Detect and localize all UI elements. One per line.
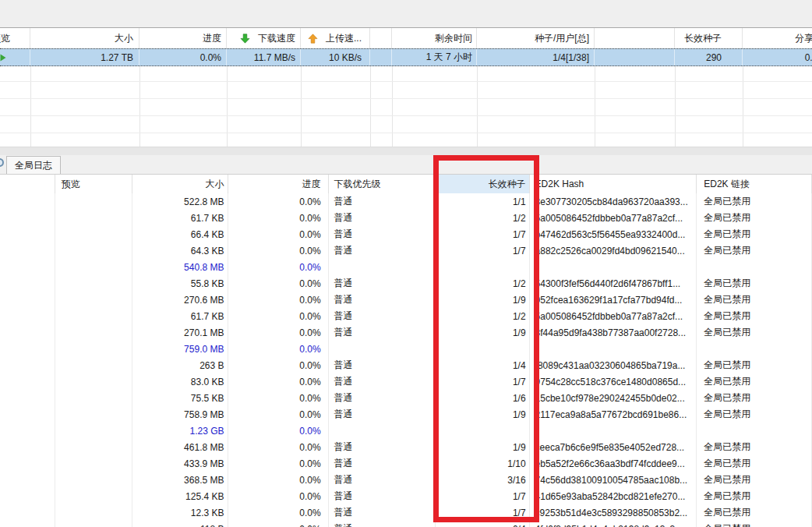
table-row[interactable]: 263 B0.0%普通1/4f8089c431aa03230604865ba71… (0, 357, 812, 373)
cell-ed2k-hash: 2117eca9a8a5a77672bcd691be86... (530, 406, 697, 423)
column-header-size[interactable]: 大小 (132, 175, 228, 193)
cell-ed2k-link: 全局已禁用 (697, 242, 812, 259)
table-row[interactable]: 461.8 MB0.0%普通1/9ceeca7b6c6e9f5e835e4052… (0, 439, 812, 455)
table-row[interactable]: 1.23 GB0.0% (0, 423, 812, 439)
table-row[interactable]: 125.4 KB0.0%普通1/741d65e93aba52842bcd821e… (0, 488, 812, 504)
cell-state (0, 390, 55, 406)
column-header-upload-speed[interactable]: 上传速... (301, 28, 370, 48)
column-header-ed2k-hash[interactable]: ED2K Hash (530, 175, 697, 193)
cell-state (0, 292, 55, 308)
cell-size: 83.0 KB (132, 373, 228, 390)
table-row[interactable]: 83.0 KB0.0%普通1/79754c28cc518c376ce1480d0… (0, 373, 812, 390)
column-header-preview-label: 预览 (62, 178, 80, 191)
cell-progress: 0.0% (228, 308, 328, 324)
cell-priority: 普通 (329, 308, 436, 324)
cell-long-term-seeds: 1/9 (436, 439, 529, 455)
column-header-download-speed[interactable]: 下载速度 (227, 28, 301, 48)
cell-priority: 普通 (329, 210, 436, 226)
table-row[interactable]: 758.9 MB0.0%普通1/92117eca9a8a5a77672bcd69… (0, 406, 812, 423)
cell-progress: 0.0% (228, 357, 328, 373)
column-header-priority[interactable]: 下载优先级 (329, 175, 436, 193)
table-row[interactable]: 75.5 KB0.0%普通1/615cbe10cf978e290242455b0… (0, 390, 812, 406)
cell-progress: 0.0% (228, 521, 328, 527)
cell-preview (55, 226, 133, 242)
tab-global-log[interactable]: 全局日志 (6, 156, 61, 174)
cell-progress: 0.0% (228, 259, 328, 275)
table-row[interactable]: 522.8 MB0.0%普通1/13e307730205cb84da963720… (0, 193, 812, 210)
cell-preview (55, 406, 133, 423)
column-header-long-term-seeds[interactable]: 长效种子 (675, 28, 743, 48)
cell-ed2k-link: 全局已禁用 (697, 308, 812, 324)
cell-ed2k-link: 全局已禁用 (697, 226, 812, 242)
cell-ed2k-link: 全局已禁用 (697, 488, 812, 504)
table-row[interactable]: 433.9 MB0.0%普通1/10eb5a52f2e66c36aa3bdf74… (0, 455, 812, 472)
cell-progress: 0.0% (228, 455, 328, 472)
column-header-ed2k-link[interactable]: ED2K 链接 (697, 175, 812, 193)
column-header-preview[interactable]: 预览 (0, 28, 30, 48)
table-row[interactable]: 759.0 MB0.0% (0, 341, 812, 357)
column-header-spacer (595, 28, 675, 48)
table-row[interactable]: 12.3 KB0.0%普通1/7c9253b51d4e3c58932988508… (0, 504, 812, 521)
cell-size: 12.3 KB (132, 504, 228, 521)
cell-ed2k-hash: eb5a52f2e66c36aa3bdf74fcddee9... (530, 455, 697, 472)
cell-ed2k-hash: 3e307730205cb84da963720aa393... (530, 193, 697, 210)
table-row[interactable]: 61.7 KB0.0%普通1/25a005086452fdbbeb0a77a87… (0, 308, 812, 324)
cell-priority: 普通 (329, 521, 436, 527)
table-row[interactable]: 540.8 MB0.0% (0, 259, 812, 275)
cell-progress: 0.0% (228, 226, 328, 242)
table-row[interactable]: 55.8 KB0.0%普通1/254300f3fef56d440f2d6f478… (0, 275, 812, 292)
table-row[interactable]: 118 B0.0%普通0/44fd0f3d95b1d4e4ab2198d9a13… (0, 521, 812, 527)
column-header-size[interactable]: 大小 (30, 28, 139, 48)
column-header-progress[interactable]: 进度 (139, 28, 227, 48)
column-header-long-term-seeds-label: 长效种子 (684, 32, 722, 45)
cell-upload-speed: 10 KB/s (301, 49, 370, 65)
table-row[interactable]: 61.7 KB0.0%普通1/25a005086452fdbbeb0a77a87… (0, 210, 812, 226)
cell-preview (55, 275, 133, 292)
column-header-seeds-users[interactable]: 种子/用户[总] (477, 28, 595, 48)
cell-preview (55, 292, 133, 308)
cell-preview (55, 259, 133, 275)
cell-preview (55, 308, 133, 324)
table-row[interactable]: 270.1 MB0.0%普通1/93f44a95d9fa438b77387aa0… (0, 324, 812, 341)
cell-preview (55, 341, 133, 357)
cell-ed2k-hash: 5a005086452fdbbeb0a77a87a2cf... (530, 210, 697, 226)
column-header-remaining-time[interactable]: 剩余时间 (392, 28, 477, 48)
table-row[interactable]: 64.3 KB0.0%普通1/7a882c2526ca0029fd4bd0962… (0, 242, 812, 259)
column-header-share-ratio[interactable]: 分享率 (743, 28, 812, 48)
column-header-long-term-seeds[interactable]: 长效种子 (436, 175, 529, 193)
cell-state (0, 488, 55, 504)
cell-ed2k-link: 全局已禁用 (697, 472, 812, 488)
cell-ed2k-hash: 41d65e93aba52842bcd821efe270... (530, 488, 697, 504)
cell-ed2k-hash: 052fcea163629f1a17cfa77bd94fd... (530, 292, 697, 308)
cell-long-term-seeds: 1/4 (436, 357, 529, 373)
cell-preview (55, 390, 133, 406)
cell-spacer (595, 49, 675, 65)
cell-state (0, 308, 55, 324)
cell-preview (55, 472, 133, 488)
cell-size: 125.4 KB (132, 488, 228, 504)
panel-splitter[interactable] (0, 147, 812, 155)
cell-ed2k-hash: 5a005086452fdbbeb0a77a87a2cf... (530, 308, 697, 324)
cell-long-term-seeds: 1/9 (436, 324, 529, 341)
table-row[interactable]: 368.5 MB0.0%普通3/1674c56dd38100910054785a… (0, 472, 812, 488)
cell-state (0, 472, 55, 488)
cell-size: 55.8 KB (132, 275, 228, 292)
table-row[interactable]: 66.4 KB0.0%普通1/7b47462d563c5f56455ea9332… (0, 226, 812, 242)
cell-state (0, 521, 55, 527)
cell-size: 540.8 MB (132, 259, 228, 275)
column-header-upload-speed-label: 上传速... (326, 32, 362, 45)
cell-progress: 0.0% (228, 275, 328, 292)
cell-state (0, 324, 55, 341)
cell-size: 118 B (132, 521, 228, 527)
cell-priority: 普通 (329, 472, 436, 488)
cell-state (0, 226, 55, 242)
table-row[interactable]: 270.6 MB0.0%普通1/9052fcea163629f1a17cfa77… (0, 292, 812, 308)
cell-preview (55, 193, 133, 210)
download-manager-window: 预览 大小 进度 下载速度 上传速... 剩余时间 种子/用户[总] (0, 0, 812, 527)
cell-priority: 普通 (329, 275, 436, 292)
selected-download-row[interactable]: 1.27 TB 0.0% 11.7 MB/s 10 KB/s 1 天 7 小时 … (0, 48, 812, 66)
cell-priority: 普通 (329, 292, 436, 308)
column-header-preview[interactable]: 预览 (55, 175, 133, 193)
column-header-progress[interactable]: 进度 (228, 175, 328, 193)
cell-state (0, 210, 55, 226)
